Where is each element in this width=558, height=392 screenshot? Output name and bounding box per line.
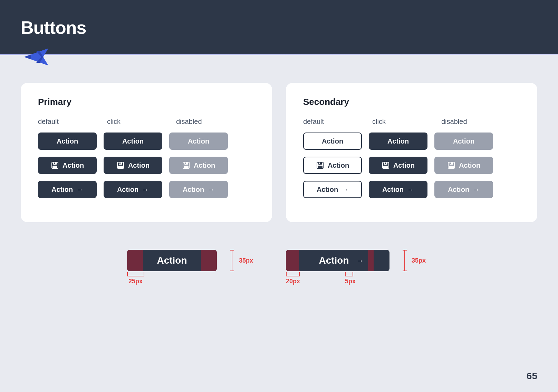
secondary-row-arrow: Action → Action → Action →: [303, 181, 520, 198]
primary-state-labels: default click disabled: [38, 118, 255, 126]
annotation-plain-button: Action 35px 25px: [127, 250, 217, 271]
primary-disabled-icon-button: Action: [169, 157, 228, 174]
svg-rect-3: [52, 166, 57, 168]
svg-rect-2: [54, 163, 55, 164]
secondary-default-icon-button[interactable]: Action: [303, 157, 362, 174]
svg-rect-7: [118, 166, 123, 168]
left-padding-indicator: [286, 250, 299, 271]
header: Buttons: [0, 0, 558, 55]
right-padding-indicator: [201, 250, 217, 271]
arrow-icon: →: [208, 186, 214, 194]
save-icon: [447, 161, 455, 169]
arrow-icon: →: [473, 186, 480, 194]
header-line: [0, 54, 558, 55]
svg-rect-11: [184, 166, 189, 168]
secondary-click-text-button[interactable]: Action: [369, 133, 427, 150]
secondary-default-arrow-button[interactable]: Action →: [303, 181, 362, 198]
primary-default-arrow-button[interactable]: Action →: [38, 181, 97, 198]
secondary-click-arrow-button[interactable]: Action →: [369, 181, 427, 198]
secondary-default-text-button[interactable]: Action: [303, 133, 362, 150]
primary-disabled-arrow-button: Action →: [169, 181, 228, 198]
primary-card: Primary default click disabled Action Ac…: [21, 83, 272, 222]
svg-rect-22: [450, 163, 451, 164]
secondary-state-labels: default click disabled: [303, 118, 520, 126]
primary-label-click: click: [107, 118, 176, 126]
arrow-icon: →: [407, 186, 414, 194]
save-icon: [316, 161, 324, 169]
page-title: Buttons: [21, 17, 86, 38]
secondary-label-click: click: [372, 118, 441, 126]
primary-row-icon: Action Action: [38, 157, 255, 174]
secondary-disabled-icon-button: Action: [434, 157, 493, 174]
annotation-arrow-button: Action → 35px: [286, 250, 389, 271]
padding-left-label: 20px: [286, 278, 300, 285]
secondary-card-title: Secondary: [303, 97, 520, 107]
annotations-row: Action 35px 25px: [21, 243, 537, 278]
secondary-disabled-text-button: Action: [434, 133, 493, 150]
left-padding-indicator: [127, 250, 143, 271]
measure-line-v: [232, 251, 232, 271]
save-icon: [51, 161, 59, 169]
measure-5px: 5px: [345, 272, 356, 285]
primary-click-arrow-button[interactable]: Action →: [104, 181, 162, 198]
measure-cap-bottom: [230, 271, 234, 271]
primary-label-default: default: [38, 118, 107, 126]
arrow-icon: →: [142, 186, 149, 194]
svg-rect-19: [383, 166, 388, 168]
primary-row-arrow: Action → Action → Action →: [38, 181, 255, 198]
cards-row: Primary default click disabled Action Ac…: [21, 83, 537, 222]
bottom-measurements: 20px 5px: [286, 272, 356, 285]
svg-rect-15: [318, 166, 323, 168]
svg-rect-18: [385, 163, 386, 164]
arrow-icon: →: [357, 257, 364, 265]
secondary-row-text: Action Action Action: [303, 133, 520, 150]
primary-default-text-button[interactable]: Action: [38, 133, 97, 150]
measure-20px: 20px: [286, 272, 300, 285]
primary-row-text: Action Action Action: [38, 133, 255, 150]
arrow-icon: →: [76, 186, 83, 194]
width-label: 25px: [128, 278, 143, 285]
primary-click-icon-button[interactable]: Action: [104, 157, 162, 174]
save-icon: [382, 161, 390, 169]
primary-default-icon-button[interactable]: Action: [38, 157, 97, 174]
height-label: 35px: [239, 257, 253, 264]
mid-padding-indicator: [368, 250, 374, 271]
secondary-card: Secondary default click disabled Action …: [286, 83, 537, 222]
primary-disabled-text-button: Action: [169, 133, 228, 150]
secondary-click-icon-button[interactable]: Action: [369, 157, 427, 174]
primary-click-text-button[interactable]: Action: [104, 133, 162, 150]
padding-right-label: 5px: [345, 278, 356, 285]
measure-line-h: [128, 276, 144, 276]
anno-plain-button: Action: [127, 250, 217, 271]
svg-rect-23: [449, 166, 454, 168]
page-number: 65: [527, 371, 537, 382]
svg-rect-6: [119, 163, 121, 164]
save-icon: [116, 161, 125, 169]
height-measurement: [403, 250, 407, 271]
height-measurement: [230, 250, 234, 271]
svg-rect-10: [185, 163, 186, 164]
measure-line-v: [404, 251, 405, 271]
measure-cap-bottom: [403, 271, 407, 271]
anno-arrow-button: Action →: [286, 250, 389, 271]
arrow-icon: →: [341, 186, 348, 194]
secondary-row-icon: Action Action: [303, 157, 520, 174]
height-label: 35px: [412, 257, 426, 264]
primary-label-disabled: disabled: [176, 118, 245, 126]
secondary-label-disabled: disabled: [441, 118, 510, 126]
save-icon: [182, 161, 190, 169]
main-content: Primary default click disabled Action Ac…: [0, 55, 558, 292]
svg-rect-14: [319, 163, 320, 164]
measure-cap-right: [144, 272, 144, 276]
secondary-label-default: default: [303, 118, 372, 126]
airplane-icon: [21, 45, 52, 69]
primary-card-title: Primary: [38, 97, 255, 107]
width-measurement: 25px: [127, 272, 144, 285]
secondary-disabled-arrow-button: Action →: [434, 181, 493, 198]
